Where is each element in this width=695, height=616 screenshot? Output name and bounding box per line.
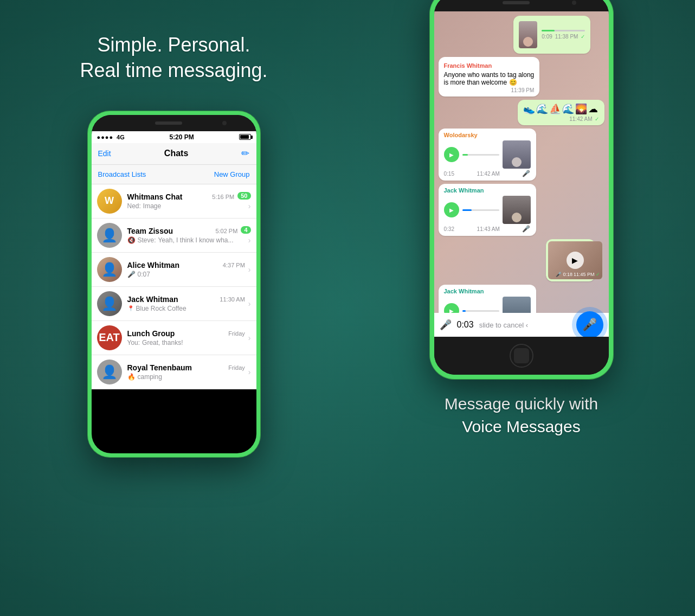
chat-item-alice[interactable]: 👤 Alice Whitman 4:37 PM 🎤 0:07	[92, 253, 256, 287]
chats-title: Chats	[164, 149, 188, 158]
chat-item-lunch[interactable]: EAT Lunch Group Friday You: Great, thank…	[92, 321, 256, 355]
msg-sender-jack-2: Jack Whitman	[444, 288, 531, 294]
preview-text-royal: camping	[138, 373, 162, 381]
mic-icon-alice: 🎤	[127, 271, 136, 278]
preview-sender-lunch: You:	[127, 339, 140, 347]
msg-sender-francis: Francis Whitman	[444, 62, 492, 69]
messages-area: 0:09 11:38 PM ✓ Francis Whitma	[434, 11, 609, 313]
photo-check: ✓	[596, 272, 600, 277]
battery-area	[239, 134, 251, 140]
chevron-royal: ›	[248, 368, 251, 376]
home-button[interactable]	[510, 344, 533, 368]
msg-received-jack-2: Jack Whitman ▶	[439, 285, 536, 313]
home-button-area	[434, 337, 609, 375]
chat-item-jack[interactable]: 👤 Jack Whitman 11:30 AM 📍 Blue Rock Coff…	[92, 287, 256, 321]
avatar-person-jack: 👤	[101, 296, 118, 311]
preview-text-alice: 0:07	[138, 271, 150, 278]
thumb-img-1	[519, 21, 538, 48]
preview-sender-whitmans: Ned:	[127, 202, 141, 210]
mic-jack-1: 🎤	[522, 225, 530, 233]
photo-content: ▶ 🎤 0:18 11:45 PM ✓	[548, 241, 602, 279]
voice-footer-j1: 0:32 11:43 AM 🎤	[444, 225, 531, 233]
chat-item-whitmans[interactable]: W Whitmans Chat 5:16 PM Ned: Image	[92, 184, 256, 219]
battery-icon	[239, 134, 251, 140]
status-bar: ●●●● 4G 5:20 PM	[92, 131, 256, 143]
chat-name-zissou: Team Zissou	[127, 227, 173, 235]
avatar-alice: 👤	[97, 257, 122, 282]
duration-jack-1: 0:32	[444, 226, 454, 232]
avatar-person-zissou: 👤	[101, 228, 118, 243]
thumb-wolodarsky	[503, 140, 531, 169]
voice-footer-w: 0:15 11:42 AM 🎤	[444, 170, 531, 177]
chat-time-zissou: 5:02 PM	[215, 228, 237, 234]
waveform-jack-2	[462, 310, 499, 312]
mute-icon-zissou: 🔇	[127, 236, 136, 244]
compose-button[interactable]: ✏	[241, 147, 249, 159]
photo-mic: 🎤	[556, 272, 562, 277]
msg-time-emoji: 11:42 AM	[569, 116, 592, 122]
play-btn-jack-1[interactable]: ▶	[444, 202, 459, 217]
chevron-zissou: ›	[248, 236, 251, 245]
chat-content-lunch: Lunch Group Friday You: Great, thanks!	[127, 329, 245, 347]
chat-name-lunch: Lunch Group	[127, 329, 175, 338]
chat-list: W Whitmans Chat 5:16 PM Ned: Image	[92, 184, 256, 389]
chat-content-royal: Royal Tenenbaum Friday 🔥 camping	[127, 363, 245, 381]
slide-to-cancel: slide to cancel ‹	[479, 321, 528, 329]
waveform-area-1: 0:09 11:38 PM ✓	[542, 30, 585, 40]
waveform-fill-j2	[462, 310, 466, 312]
chat-time-whitmans: 5:16 PM	[212, 194, 234, 200]
badge-whitmans: 50	[237, 192, 250, 200]
chat-right-lunch: ›	[248, 333, 251, 342]
thumb-jack-1	[503, 196, 531, 224]
avatar-royal: 👤	[97, 360, 122, 384]
recording-bar: 🎤 0:03 slide to cancel ‹ 🎤	[434, 313, 609, 337]
chat-right-royal: ›	[248, 368, 251, 376]
chat-time-royal: Friday	[228, 364, 245, 371]
avatar-person-alice: 👤	[101, 262, 118, 277]
waveform-jack-1	[462, 209, 499, 211]
iphone-left: ●●●● 4G 5:20 PM Edit Chats ✏	[87, 111, 261, 458]
chat-item-royal[interactable]: 👤 Royal Tenenbaum Friday 🔥 camping	[92, 355, 256, 389]
edit-button[interactable]: Edit	[98, 149, 111, 158]
iphone-top-bar	[92, 115, 256, 131]
avatar-zissou: 👤	[97, 223, 122, 248]
waveform-wolodarsky	[462, 154, 499, 156]
msg-sender-wolodarsky: Wolodarsky	[444, 132, 531, 138]
chat-content-alice: Alice Whitman 4:37 PM 🎤 0:07	[127, 261, 245, 278]
chat-right-jack: ›	[248, 299, 251, 308]
avatar-person-royal: 👤	[101, 364, 118, 380]
bubble-sent-1: 0:09 11:38 PM ✓	[513, 16, 591, 54]
broadcast-lists-button[interactable]: Broadcast Lists	[98, 170, 146, 178]
chat-right-zissou: 4 ›	[241, 226, 250, 245]
play-btn-jack-2[interactable]: ▶	[444, 303, 459, 313]
location-icon-jack: 📍	[127, 305, 134, 311]
signal-area: ●●●● 4G	[97, 134, 125, 140]
chat-item-zissou[interactable]: 👤 Team Zissou 5:02 PM 🔇 Steve: Yeah, I t…	[92, 219, 256, 253]
waveform-fill-1	[542, 30, 555, 31]
iphone-right-speaker	[503, 1, 530, 4]
iphone-speaker	[155, 121, 182, 125]
signal-dots: ●●●●	[97, 134, 114, 140]
voice-row-jack-1: ▶	[444, 196, 531, 224]
chevron-alice: ›	[248, 265, 251, 274]
chat-time-lunch: Friday	[228, 330, 245, 337]
msg-sender-jack-1: Jack Whitman	[444, 187, 531, 194]
iphone-camera	[222, 121, 227, 125]
time-wolodarsky: 11:42 AM	[477, 171, 500, 177]
preview-sender-zissou: Steve:	[138, 236, 156, 244]
mic-wolodarsky: 🎤	[522, 170, 530, 177]
recording-button[interactable]: 🎤	[576, 311, 603, 337]
new-group-button[interactable]: New Group	[214, 170, 250, 178]
avatar-letter: W	[105, 195, 114, 207]
recording-mic-btn-icon: 🎤	[582, 318, 597, 332]
preview-text-lunch: Great, thanks!	[142, 339, 183, 347]
iphone-right: 0:09 11:38 PM ✓ Francis Whitma	[429, 0, 614, 380]
avatar-lunch: EAT	[97, 325, 122, 350]
msg-check-1: ✓	[581, 34, 585, 40]
broadcast-bar: Broadcast Lists New Group	[92, 165, 256, 184]
msg-received-wolodarsky: Wolodarsky ▶	[439, 129, 536, 181]
play-btn-wolodarsky[interactable]: ▶	[444, 147, 459, 162]
badge-zissou: 4	[241, 226, 250, 234]
battery-fill	[240, 135, 249, 139]
tagline: Simple. Personal. Real time messaging.	[80, 33, 267, 84]
